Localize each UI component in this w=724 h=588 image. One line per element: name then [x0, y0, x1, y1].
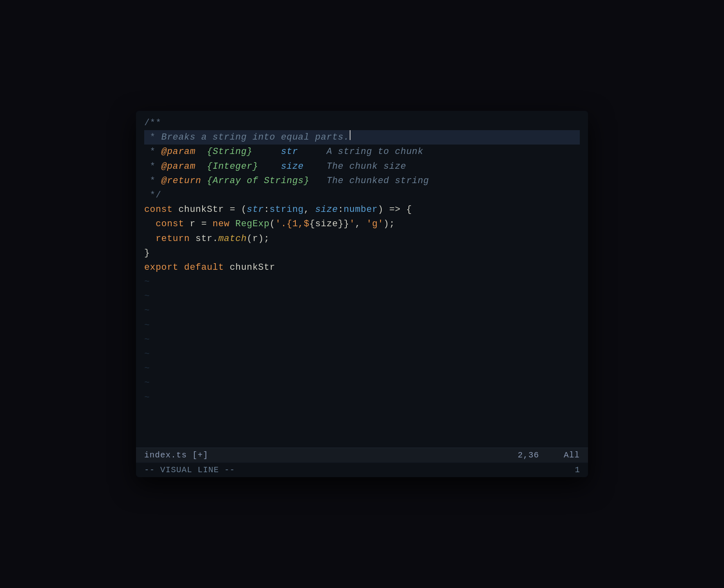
- table-row: }: [144, 246, 580, 260]
- code-token: str: [247, 202, 264, 217]
- table-row: ~: [144, 333, 580, 347]
- code-token: );: [383, 217, 395, 231]
- code-token: [201, 174, 207, 188]
- status-bar: index.ts [+] 2,36 All: [136, 448, 588, 462]
- code-token: [144, 217, 156, 231]
- code-token: ~: [144, 333, 150, 347]
- code-token: ~: [144, 289, 150, 303]
- mode-number: 1: [575, 465, 580, 475]
- code-token: [196, 145, 207, 159]
- code-token: {size}}: [309, 217, 349, 231]
- table-row: const chunkStr = (str:string, size:numbe…: [144, 202, 580, 217]
- code-token: number: [344, 202, 378, 217]
- table-row: /**: [144, 116, 580, 130]
- code-token: *: [144, 159, 161, 174]
- editor-window: /** * Breaks a string into equal parts. …: [136, 111, 588, 477]
- code-token: [298, 145, 326, 159]
- code-token: str.: [190, 232, 218, 246]
- code-token: match: [218, 232, 247, 246]
- code-token: [230, 217, 235, 231]
- table-row: export default chunkStr: [144, 260, 580, 275]
- code-token: ~: [144, 347, 150, 361]
- table-row: return str.match(r);: [144, 232, 580, 246]
- editor-body: /** * Breaks a string into equal parts. …: [136, 111, 588, 448]
- code-token: @param: [161, 159, 196, 174]
- table-row: * Breaks a string into equal parts.: [144, 130, 580, 145]
- code-token: {Integer}: [207, 159, 258, 174]
- code-token: @param: [161, 145, 196, 159]
- table-row: ~: [144, 376, 580, 390]
- code-token: *: [144, 145, 161, 159]
- code-token: ,: [355, 217, 367, 231]
- code-token: (: [270, 217, 275, 231]
- code-token: Breaks a string into equal parts.: [161, 130, 349, 145]
- code-token: {String}: [207, 145, 253, 159]
- code-token: export: [144, 260, 178, 275]
- scroll-position: All: [564, 450, 580, 460]
- file-name: index.ts [+]: [144, 450, 208, 460]
- table-row: ~: [144, 275, 580, 289]
- table-row: ~: [144, 318, 580, 333]
- code-token: [144, 232, 156, 246]
- code-token: RegExp: [235, 217, 270, 231]
- code-token: size: [315, 202, 338, 217]
- code-token: @return: [161, 174, 201, 188]
- code-token: :: [264, 202, 270, 217]
- code-token: ,: [304, 202, 315, 217]
- code-token: '.{1,$: [275, 217, 309, 231]
- table-row: ~: [144, 361, 580, 376]
- table-row: ~: [144, 289, 580, 303]
- code-token: ~: [144, 390, 150, 405]
- code-token: ~: [144, 361, 150, 376]
- code-token: /**: [144, 116, 161, 130]
- code-token: [309, 174, 327, 188]
- code-token: const: [156, 217, 184, 231]
- code-token: A string to chunk: [327, 145, 424, 159]
- vim-mode: -- VISUAL LINE --: [144, 465, 235, 475]
- code-token: [178, 260, 184, 275]
- code-token: str: [281, 145, 298, 159]
- code-token: size: [281, 159, 304, 174]
- code-token: 'g': [367, 217, 384, 231]
- code-token: ~: [144, 275, 150, 289]
- code-token: ': [349, 217, 355, 231]
- code-token: [258, 159, 281, 174]
- code-token: return: [156, 232, 190, 246]
- code-token: default: [184, 260, 224, 275]
- code-token: The chunk size: [327, 159, 406, 174]
- code-token: }: [144, 246, 150, 260]
- code-token: (r);: [247, 232, 270, 246]
- code-token: const: [144, 202, 173, 217]
- cursor-position: 2,36: [518, 450, 539, 460]
- code-token: {Array of Strings}: [207, 174, 310, 188]
- code-token: string: [270, 202, 304, 217]
- mode-bar: -- VISUAL LINE -- 1: [136, 462, 588, 477]
- table-row: ~: [144, 347, 580, 361]
- table-row: * @param {Integer} size The chunk size: [144, 159, 580, 174]
- code-token: :: [338, 202, 344, 217]
- code-token: chunkStr = (: [173, 202, 247, 217]
- table-row: * @param {String} str A string to chunk: [144, 145, 580, 159]
- code-token: *: [144, 130, 161, 145]
- code-token: */: [144, 188, 161, 202]
- code-token: ~: [144, 376, 150, 390]
- code-token: The chunked string: [327, 174, 429, 188]
- code-token: *: [144, 174, 161, 188]
- cursor: [350, 130, 350, 140]
- table-row: const r = new RegExp('.{1,${size}}', 'g'…: [144, 217, 580, 231]
- table-row: ~: [144, 390, 580, 405]
- code-area[interactable]: /** * Breaks a string into equal parts. …: [136, 116, 588, 405]
- code-token: [252, 145, 281, 159]
- code-token: [196, 159, 207, 174]
- code-token: r =: [184, 217, 212, 231]
- code-token: new: [212, 217, 230, 231]
- code-token: ~: [144, 318, 150, 333]
- code-token: ~: [144, 303, 150, 318]
- code-token: [304, 159, 326, 174]
- table-row: */: [144, 188, 580, 202]
- code-token: ) => {: [378, 202, 412, 217]
- table-row: * @return {Array of Strings} The chunked…: [144, 174, 580, 188]
- table-row: ~: [144, 303, 580, 318]
- code-token: chunkStr: [224, 260, 275, 275]
